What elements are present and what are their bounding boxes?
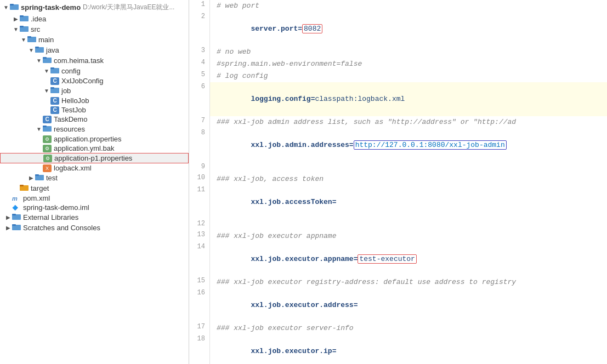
- sidebar-item-target[interactable]: target: [0, 183, 189, 194]
- src-arrow: ▼: [12, 26, 20, 32]
- hellojob-label: HelloJob: [61, 96, 89, 105]
- sidebar-item-ext-libs[interactable]: ▶ External Libraries: [0, 212, 189, 223]
- line-content-14: xxl.job.executor.appname=test-executor: [210, 242, 607, 276]
- line14-key: xxl.job.executor.appname=: [251, 255, 358, 263]
- package-icon: [43, 56, 52, 65]
- sidebar-item-src[interactable]: ▼ src: [0, 24, 189, 35]
- scratches-arrow: ▶: [4, 225, 12, 231]
- svg-rect-15: [50, 87, 54, 89]
- config-folder-icon: [50, 66, 59, 76]
- sidebar-item-test[interactable]: ▶ test: [0, 173, 189, 183]
- line-num-4: 4: [189, 58, 210, 70]
- app-p1-props-label: application-p1.properties: [54, 154, 132, 162]
- sidebar-item-job[interactable]: ▼ job: [0, 86, 189, 96]
- project-folder-icon: [10, 3, 19, 12]
- app-props-icon: ⚙: [43, 135, 52, 143]
- line2-value: 8082: [302, 24, 322, 33]
- code-line-7: 7 ### xxl-job admin address list, such a…: [189, 116, 607, 128]
- idea-arrow: ▶: [12, 16, 20, 22]
- sidebar-item-pom[interactable]: m pom.xml: [0, 194, 189, 203]
- line-content-8: xxl.job.admin.addresses=http://127.0.0.1…: [210, 128, 607, 162]
- line-content-7: ### xxl-job admin address list, such as …: [210, 116, 607, 128]
- svg-rect-1: [10, 4, 14, 5]
- main-arrow: ▼: [20, 37, 27, 43]
- project-path-label: D:/work/天津黑马JavaEE就业...: [83, 3, 174, 12]
- line-num-7: 7: [189, 116, 210, 128]
- svg-rect-9: [35, 47, 39, 48]
- package-label: com.heima.task: [54, 56, 104, 65]
- line-content-12: [210, 219, 607, 230]
- svg-rect-25: [12, 224, 16, 226]
- line-num-2: 2: [189, 12, 210, 46]
- line14-value: test-executor: [358, 254, 416, 264]
- code-line-8: 8 xxl.job.admin.addresses=http://127.0.0…: [189, 128, 607, 162]
- sidebar-item-app-props[interactable]: ⚙ application.properties: [0, 134, 189, 144]
- line-content-6: logging.config=classpath:logback.xml: [210, 82, 607, 116]
- svg-rect-23: [12, 214, 16, 215]
- project-root-item[interactable]: ▼ spring-task-demo D:/work/天津黑马JavaEE就业.…: [0, 1, 189, 14]
- code-line-1: 1 # web port: [189, 0, 607, 12]
- taskdemo-label: TaskDemo: [54, 115, 87, 123]
- sidebar-item-iml[interactable]: 🔷 spring-task-demo.iml: [0, 203, 189, 212]
- class-icon: C: [50, 77, 59, 85]
- main-label: main: [38, 36, 54, 44]
- ext-libs-label: External Libraries: [23, 213, 78, 221]
- code-line-11: 11 xxl.job.accessToken=: [189, 185, 607, 219]
- sidebar-item-xxljobconfig[interactable]: C XxlJobConfig: [0, 76, 189, 86]
- sidebar-item-resources[interactable]: ▼ resources: [0, 124, 189, 134]
- line18-key: xxl.job.executor.ip=: [251, 347, 336, 355]
- line-content-4: #spring.main.web-environment=false: [210, 58, 607, 70]
- code-line-4: 4 #spring.main.web-environment=false: [189, 58, 607, 70]
- config-label: config: [61, 67, 81, 75]
- test-folder-icon: [35, 173, 44, 183]
- job-arrow: ▼: [43, 88, 50, 94]
- code-line-18: 18 xxl.job.executor.ip=: [189, 334, 607, 364]
- sidebar-item-taskdemo[interactable]: C TaskDemo: [0, 115, 189, 124]
- code-line-9: 9: [189, 162, 607, 173]
- sidebar-item-idea[interactable]: ▶ .idea: [0, 14, 189, 24]
- testjob-class-icon: C: [50, 106, 59, 114]
- target-folder-icon: [20, 184, 29, 193]
- idea-label: .idea: [31, 15, 46, 23]
- package-arrow: ▼: [35, 58, 43, 64]
- sidebar-item-java[interactable]: ▼ java: [0, 45, 189, 55]
- line-num-16: 16: [189, 288, 210, 322]
- line-num-18: 18: [189, 334, 210, 364]
- line-content-1: # web port: [210, 0, 607, 12]
- sidebar-item-logback[interactable]: X logback.xml: [0, 163, 189, 173]
- line-num-17: 17: [189, 322, 210, 334]
- test-label: test: [46, 174, 58, 182]
- line-num-5: 5: [189, 70, 210, 82]
- line16-key: xxl.job.executor.address=: [251, 301, 358, 309]
- xxljobconfig-label: XxlJobConfig: [61, 77, 104, 85]
- hellojob-class-icon: C: [50, 97, 59, 105]
- sidebar-item-package[interactable]: ▼ com.heima.task: [0, 55, 189, 66]
- line-content-13: ### xxl-job executor appname: [210, 230, 607, 242]
- line8-url: http://127.0.0.1:8080/xxl-job-admin: [354, 140, 507, 150]
- sidebar-item-config[interactable]: ▼ config: [0, 66, 189, 76]
- line6-key: logging.config=: [251, 95, 315, 103]
- svg-rect-11: [43, 57, 47, 59]
- java-folder-icon: [35, 46, 44, 55]
- sidebar-item-app-p1-props[interactable]: ⚙ application-p1.properties: [0, 153, 189, 163]
- code-line-12: 12: [189, 219, 607, 230]
- project-name-label: spring-task-demo: [21, 3, 81, 12]
- code-line-13: 13 ### xxl-job executor appname: [189, 230, 607, 242]
- line-num-13: 13: [189, 230, 210, 242]
- code-line-2: 2 server.port=8082: [189, 12, 607, 46]
- sidebar-item-app-yml-bak[interactable]: ⚙ application.yml.bak: [0, 144, 189, 153]
- src-folder-icon: [20, 25, 29, 34]
- app-props-label: application.properties: [54, 135, 122, 143]
- line-content-11: xxl.job.accessToken=: [210, 185, 607, 219]
- pom-icon: m: [12, 195, 21, 202]
- ext-libs-arrow: ▶: [4, 214, 12, 220]
- line-num-11: 11: [189, 185, 210, 219]
- sidebar-item-main[interactable]: ▼ main: [0, 35, 189, 45]
- sidebar-item-testjob[interactable]: C TestJob: [0, 105, 189, 115]
- line-num-1: 1: [189, 0, 210, 12]
- line-content-9: [210, 162, 607, 173]
- sidebar-item-hellojob[interactable]: C HelloJob: [0, 96, 189, 105]
- code-line-14: 14 xxl.job.executor.appname=test-executo…: [189, 242, 607, 276]
- sidebar-item-scratches[interactable]: ▶ Scratches and Consoles: [0, 223, 189, 233]
- resources-arrow: ▼: [35, 126, 43, 132]
